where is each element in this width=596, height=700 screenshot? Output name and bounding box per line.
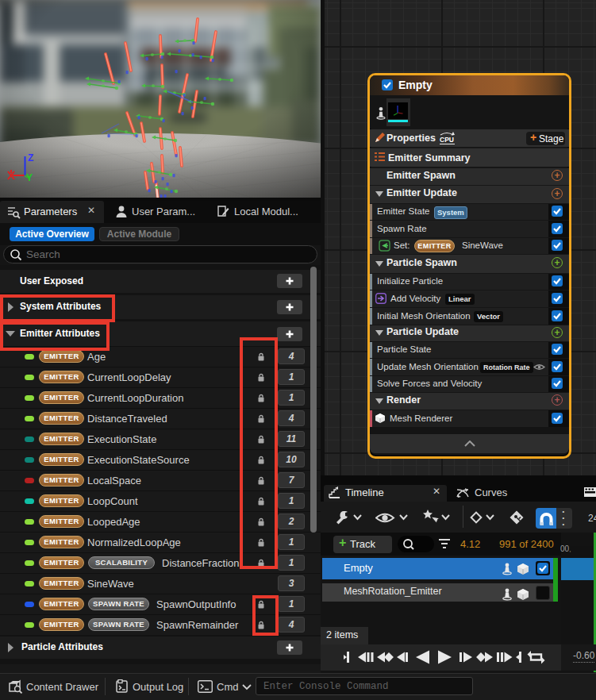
svg-text:Z: Z — [28, 152, 33, 163]
svg-text:CPU: CPU — [440, 136, 454, 144]
